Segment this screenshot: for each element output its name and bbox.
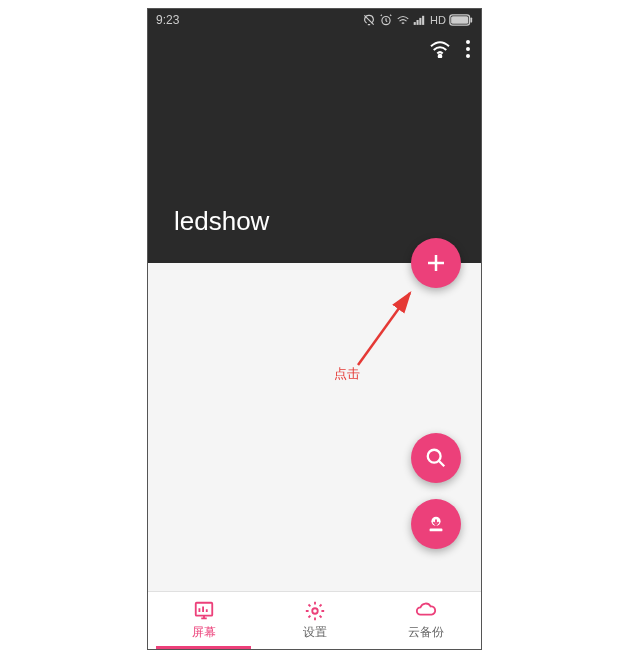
status-bar: 9:23 HD	[148, 9, 481, 31]
svg-point-11	[466, 47, 470, 51]
svg-point-10	[466, 40, 470, 44]
search-button[interactable]	[411, 433, 461, 483]
dnd-icon	[362, 13, 376, 27]
plus-icon	[424, 251, 448, 275]
download-icon	[425, 513, 447, 535]
search-icon	[425, 447, 447, 469]
alarm-icon	[379, 13, 393, 27]
status-time: 9:23	[156, 13, 179, 27]
annotation-label: 点击	[334, 365, 360, 383]
svg-rect-3	[417, 20, 419, 25]
network-label: HD	[430, 14, 446, 26]
svg-point-16	[428, 450, 441, 463]
download-button[interactable]	[411, 499, 461, 549]
nav-settings[interactable]: 设置	[259, 592, 370, 649]
annotation-arrow	[346, 283, 426, 373]
svg-rect-8	[470, 17, 472, 22]
app-title: ledshow	[174, 206, 269, 237]
svg-rect-7	[451, 16, 468, 24]
svg-point-9	[439, 55, 442, 58]
nav-indicator	[156, 646, 251, 649]
battery-icon	[449, 14, 473, 26]
svg-point-12	[466, 54, 470, 58]
chart-icon	[193, 600, 215, 622]
bottom-nav: 屏幕 设置 云备份	[148, 591, 481, 649]
app-header: ledshow	[148, 31, 481, 263]
svg-rect-2	[414, 22, 416, 25]
gear-icon	[304, 600, 326, 622]
svg-point-21	[312, 608, 318, 614]
svg-line-17	[439, 461, 445, 467]
svg-rect-4	[419, 18, 421, 25]
phone-frame: 9:23 HD ledshow 点击	[147, 8, 482, 650]
signal-icon	[413, 14, 427, 26]
more-icon[interactable]	[465, 39, 471, 63]
status-icons: HD	[362, 13, 473, 27]
nav-label: 屏幕	[192, 624, 216, 641]
svg-line-15	[358, 293, 410, 365]
content-area: 点击	[148, 263, 481, 593]
nav-label: 云备份	[408, 624, 444, 641]
svg-rect-19	[430, 529, 443, 532]
nav-label: 设置	[303, 624, 327, 641]
cloud-icon	[415, 600, 437, 622]
wifi-small-icon	[396, 14, 410, 26]
svg-rect-5	[422, 16, 424, 25]
nav-screen[interactable]: 屏幕	[148, 592, 259, 649]
nav-cloud[interactable]: 云备份	[370, 592, 481, 649]
add-button[interactable]	[411, 238, 461, 288]
wifi-icon[interactable]	[429, 40, 451, 62]
